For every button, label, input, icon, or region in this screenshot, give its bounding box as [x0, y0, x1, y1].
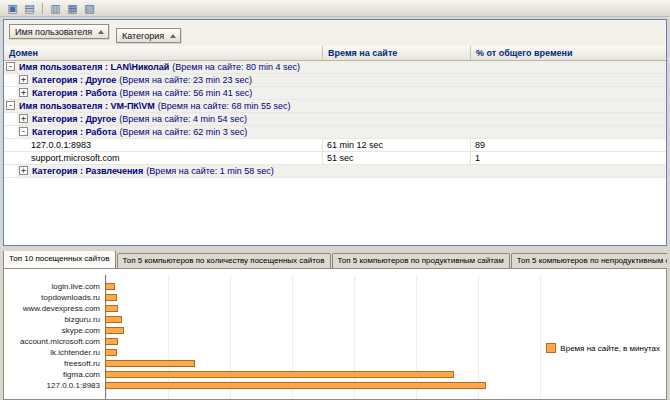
- chart-bar: [105, 360, 195, 367]
- collapse-icon[interactable]: -: [19, 127, 28, 136]
- chart-category-label: topdownloads.ru: [8, 293, 105, 302]
- column-header-time[interactable]: Время на сайте: [322, 46, 470, 60]
- tab-top5-by-site-count[interactable]: Топ 5 компьютеров по количеству посещенн…: [117, 253, 331, 268]
- chart-category-label: bizguru.ru: [8, 315, 105, 324]
- chart-bar: [105, 338, 118, 345]
- group-row-summary: (Время на сайте: 56 min 41 sec): [120, 88, 253, 98]
- group-row-summary: (Время на сайте: 62 min 3 sec): [120, 127, 248, 137]
- chart-row: skype.com: [8, 325, 541, 336]
- group-field-username-label: Имя пользователя: [15, 27, 92, 37]
- group-row-title: Категория : Работа: [32, 127, 117, 137]
- table-row[interactable]: support.microsoft.com 51 sec 1: [4, 152, 666, 165]
- tab-top5-unproductive[interactable]: Топ 5 компьютеров по непродуктивным сайт…: [511, 253, 667, 268]
- group-indent: [4, 126, 17, 139]
- sort-asc-icon: [170, 34, 176, 38]
- main-toolbar: ▣ ▤ ▥ ▦ ▧: [0, 0, 670, 17]
- chart-category-label: 127.0.0.1:8983: [8, 381, 105, 390]
- group-row-category-other[interactable]: +Категория : Другое(Время на сайте: 23 m…: [4, 74, 666, 87]
- group-row-category-work-vm[interactable]: -Категория : Работа(Время на сайте: 62 m…: [4, 126, 666, 139]
- report-grid: Имя пользователя Категория Домен Время н…: [3, 19, 667, 246]
- chart-bar: [105, 371, 454, 378]
- chart-rows: login.live.com topdownloads.ru www.devex…: [8, 281, 541, 391]
- group-indent: [4, 113, 17, 126]
- column-header-percent[interactable]: % от общего времени: [470, 46, 666, 60]
- chart-bar: [105, 382, 486, 389]
- chart-bar: [105, 305, 118, 312]
- group-row-summary: (Время на сайте: 23 min 23 sec): [119, 75, 252, 85]
- column-header-domain[interactable]: Домен: [4, 46, 322, 60]
- chart-category-label: skype.com: [8, 326, 105, 335]
- cell-domain: 127.0.0.1:8983: [4, 139, 322, 151]
- group-by-panel: Имя пользователя Категория: [4, 20, 666, 47]
- chart-row: www.devexpress.com: [8, 303, 541, 314]
- chart-bar: [105, 349, 117, 356]
- group-row-title: Имя пользователя : LAN\Николай: [19, 62, 169, 72]
- chart-category-label: account.microsoft.com: [8, 337, 105, 346]
- collapse-icon[interactable]: -: [6, 62, 15, 71]
- cell-percent: 89: [470, 139, 666, 151]
- group-row-category-work[interactable]: +Категория : Работа(Время на сайте: 56 m…: [4, 87, 666, 100]
- chart-row: login.live.com: [8, 281, 541, 292]
- toolbar-separator: [42, 3, 43, 14]
- cell-time: 61 min 12 sec: [322, 139, 470, 151]
- group-row-title: Имя пользователя : VM-ПК\VM: [19, 101, 155, 111]
- chart-row: figma.com: [8, 369, 541, 380]
- group-row-user-lan[interactable]: -Имя пользователя : LAN\Николай(Время на…: [4, 61, 666, 74]
- chart-row: topdownloads.ru: [8, 292, 541, 303]
- chart-row: 127.0.0.1:8983: [8, 380, 541, 391]
- group-indent: [4, 165, 17, 178]
- legend-label: Время на сайте, в минутах: [560, 344, 660, 353]
- chart-category-label: figma.com: [8, 370, 105, 379]
- chart-bar: [105, 283, 115, 290]
- chart-category-label: freesoft.ru: [8, 359, 105, 368]
- expand-icon[interactable]: +: [19, 88, 28, 97]
- expand-icon[interactable]: +: [19, 75, 28, 84]
- tab-top10-sites[interactable]: Топ 10 посещенных сайтов: [3, 251, 116, 268]
- group-field-category[interactable]: Категория: [116, 28, 181, 43]
- expand-icon[interactable]: +: [19, 114, 28, 123]
- group-row-summary: (Время на сайте: 1 min 58 sec): [146, 166, 274, 176]
- chart-row: account.microsoft.com: [8, 336, 541, 347]
- grid-header: Домен Время на сайте % от общего времени: [4, 46, 666, 61]
- group-row-summary: (Время на сайте: 68 min 55 sec): [158, 101, 291, 111]
- group-indent: [4, 74, 17, 87]
- tab-top5-productive[interactable]: Топ 5 компьютеров по продуктивным сайтам: [332, 253, 510, 268]
- chart-bar: [105, 316, 122, 323]
- group-row-user-vm[interactable]: -Имя пользователя : VM-ПК\VM(Время на са…: [4, 100, 666, 113]
- legend-swatch-icon: [546, 343, 556, 353]
- export-icon[interactable]: ▧: [83, 2, 96, 15]
- grid-rows: -Имя пользователя : LAN\Николай(Время на…: [4, 61, 666, 178]
- chart-row: freesoft.ru: [8, 358, 541, 369]
- group-row-title: Категория : Другое: [32, 75, 116, 85]
- chart-icon[interactable]: ▥: [49, 2, 62, 15]
- filter-icon[interactable]: ▦: [66, 2, 79, 15]
- group-field-username[interactable]: Имя пользователя: [9, 24, 109, 39]
- chart-row: bizguru.ru: [8, 314, 541, 325]
- chart: login.live.com topdownloads.ru www.devex…: [3, 268, 667, 400]
- monitor-icon[interactable]: ▣: [6, 2, 19, 15]
- chart-legend: Время на сайте, в минутах: [546, 343, 660, 353]
- chart-bar: [105, 294, 117, 301]
- bottom-tabs: Топ 10 посещенных сайтов Топ 5 компьютер…: [3, 251, 667, 268]
- chart-category-label: login.live.com: [8, 282, 105, 291]
- cell-percent: 1: [470, 152, 666, 164]
- table-row[interactable]: 127.0.0.1:8983 61 min 12 sec 89: [4, 139, 666, 152]
- group-row-category-fun-vm[interactable]: +Категория : Развлечения(Время на сайте:…: [4, 165, 666, 178]
- group-row-summary: (Время на сайте: 80 min 4 sec): [172, 62, 300, 72]
- chart-category-label: www.devexpress.com: [8, 304, 105, 313]
- chart-category-label: lk.ichtender.ru: [8, 348, 105, 357]
- group-row-title: Категория : Развлечения: [32, 166, 143, 176]
- group-row-category-other-vm[interactable]: +Категория : Другое(Время на сайте: 4 mi…: [4, 113, 666, 126]
- group-row-summary: (Время на сайте: 4 min 54 sec): [119, 114, 247, 124]
- group-field-category-label: Категория: [122, 31, 164, 41]
- group-row-title: Категория : Работа: [32, 88, 117, 98]
- sort-asc-icon: [98, 30, 104, 34]
- group-row-title: Категория : Другое: [32, 114, 116, 124]
- chart-row: lk.ichtender.ru: [8, 347, 541, 358]
- expand-icon[interactable]: +: [19, 166, 28, 175]
- group-indent: [4, 87, 17, 100]
- report-icon[interactable]: ▤: [23, 2, 36, 15]
- collapse-icon[interactable]: -: [6, 101, 15, 110]
- app-window: ▣ ▤ ▥ ▦ ▧ Имя пользователя Категория Дом…: [0, 0, 670, 400]
- cell-domain: support.microsoft.com: [4, 152, 322, 164]
